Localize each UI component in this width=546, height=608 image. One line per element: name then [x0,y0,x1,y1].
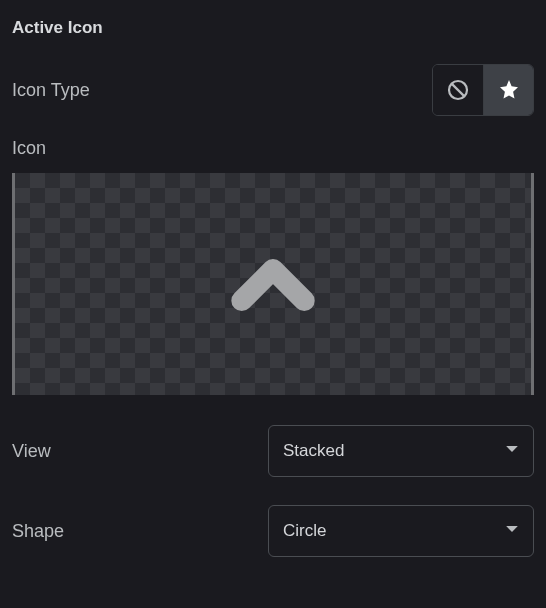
icon-label: Icon [12,138,534,159]
icon-type-icon-button[interactable] [483,65,533,115]
view-label: View [12,441,51,462]
svg-line-1 [452,84,465,97]
shape-label: Shape [12,521,64,542]
none-icon [446,78,470,102]
icon-preview[interactable] [12,173,534,395]
icon-type-label: Icon Type [12,80,90,101]
chevron-up-icon [223,234,323,334]
star-icon [497,78,521,102]
icon-type-none-button[interactable] [433,65,483,115]
icon-type-buttons [432,64,534,116]
section-title: Active Icon [12,18,534,38]
caret-down-icon [505,442,519,460]
view-select-value: Stacked [283,441,344,461]
shape-select-value: Circle [283,521,326,541]
caret-down-icon [505,522,519,540]
view-select[interactable]: Stacked [268,425,534,477]
icon-type-row: Icon Type [12,64,534,116]
view-row: View Stacked [12,425,534,477]
shape-select[interactable]: Circle [268,505,534,557]
shape-row: Shape Circle [12,505,534,557]
